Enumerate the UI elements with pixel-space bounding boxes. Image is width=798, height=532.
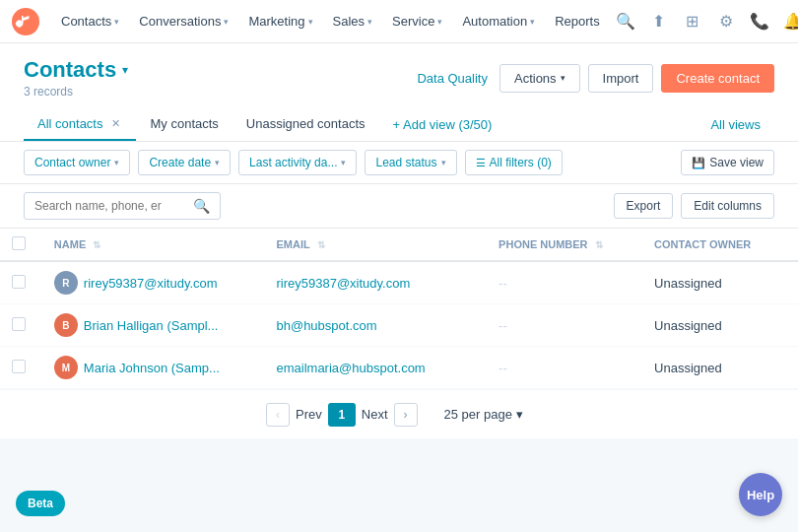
row-name-cell: M Maria Johnson (Samp... bbox=[42, 347, 265, 389]
row-checkbox-cell bbox=[0, 261, 42, 304]
filter-icon: ☰ bbox=[476, 157, 486, 169]
all-views-link[interactable]: All views bbox=[697, 109, 774, 140]
name-column-header[interactable]: NAME ⇅ bbox=[42, 229, 265, 261]
contact-avatar-1: B bbox=[54, 313, 78, 337]
nav-service-chevron: ▾ bbox=[437, 17, 442, 27]
contacts-table: NAME ⇅ EMAIL ⇅ PHONE NUMBER ⇅ CONTACT OW… bbox=[0, 229, 798, 389]
tab-all-contacts[interactable]: All contacts ✕ bbox=[24, 108, 136, 141]
per-page-chevron-icon: ▾ bbox=[516, 407, 523, 422]
beta-badge[interactable]: Beta bbox=[16, 491, 65, 516]
all-filters-button[interactable]: ☰ All filters (0) bbox=[465, 150, 563, 175]
actions-chevron-icon: ▾ bbox=[561, 73, 565, 83]
row-owner-cell: Unassigned bbox=[642, 261, 798, 304]
table-row: M Maria Johnson (Samp... emailmaria@hubs… bbox=[0, 347, 798, 389]
save-view-button[interactable]: 💾 Save view bbox=[681, 150, 774, 175]
select-all-checkbox[interactable] bbox=[12, 236, 26, 250]
last-activity-filter[interactable]: Last activity da... ▾ bbox=[238, 150, 357, 175]
row-email-cell: emailmaria@hubspot.com bbox=[264, 347, 487, 389]
contact-name-link-1[interactable]: Brian Halligan (Sampl... bbox=[84, 318, 219, 333]
actions-button[interactable]: Actions ▾ bbox=[499, 64, 580, 93]
tab-my-contacts[interactable]: My contacts bbox=[136, 108, 232, 141]
select-all-header bbox=[0, 229, 42, 261]
export-button[interactable]: Export bbox=[614, 193, 674, 219]
row-email-cell: bh@hubspot.com bbox=[264, 304, 487, 347]
page-title-area: Contacts ▾ 3 records bbox=[24, 57, 128, 99]
create-contact-button[interactable]: Create contact bbox=[661, 64, 774, 93]
contact-owner-filter[interactable]: Contact owner ▾ bbox=[24, 150, 130, 175]
nav-sales-chevron: ▾ bbox=[367, 17, 372, 27]
save-icon: 💾 bbox=[692, 157, 705, 169]
nav-automation[interactable]: Automation ▾ bbox=[452, 0, 545, 43]
contact-email-link-1[interactable]: bh@hubspot.com bbox=[276, 318, 376, 333]
nav-icons: 🔍 ⬆ ⊞ ⚙ 📞 🔔 U bbox=[610, 6, 798, 37]
contact-email-link-0[interactable]: rirey59387@xitudy.com bbox=[276, 276, 410, 291]
table-row: R rirey59387@xitudy.com rirey59387@xitud… bbox=[0, 261, 798, 304]
nav-contacts[interactable]: Contacts ▾ bbox=[51, 0, 129, 43]
search-box: 🔍 bbox=[24, 192, 221, 220]
page-title: Contacts bbox=[24, 57, 116, 83]
apps-icon-button[interactable]: ⊞ bbox=[677, 6, 708, 37]
contact-owner-chevron-icon: ▾ bbox=[114, 158, 119, 167]
nav-sales[interactable]: Sales ▾ bbox=[323, 0, 383, 43]
filters-bar: Contact owner ▾ Create date ▾ Last activ… bbox=[0, 142, 798, 184]
upgrade-icon-button[interactable]: ⬆ bbox=[643, 6, 675, 37]
toolbar-right: Export Edit columns bbox=[614, 193, 774, 219]
nav-conversations[interactable]: Conversations ▾ bbox=[129, 0, 238, 43]
email-sort-icon: ⇅ bbox=[317, 239, 325, 250]
tab-all-contacts-close-icon[interactable]: ✕ bbox=[108, 117, 122, 131]
row-phone-cell: -- bbox=[487, 304, 642, 347]
page-title-dropdown-icon[interactable]: ▾ bbox=[122, 63, 128, 77]
row-checkbox-2[interactable] bbox=[12, 360, 26, 373]
row-checkbox-cell bbox=[0, 304, 42, 347]
calls-icon-button[interactable]: 📞 bbox=[744, 6, 775, 37]
help-badge[interactable]: Help bbox=[739, 473, 782, 516]
contact-email-link-2[interactable]: emailmaria@hubspot.com bbox=[276, 361, 425, 375]
notifications-icon-button[interactable]: 🔔 bbox=[777, 6, 798, 37]
owner-value-2: Unassigned bbox=[654, 361, 722, 375]
data-quality-link[interactable]: Data Quality bbox=[417, 71, 488, 86]
current-page-number: 1 bbox=[328, 403, 356, 427]
nav-automation-chevron: ▾ bbox=[530, 17, 535, 27]
last-activity-chevron-icon: ▾ bbox=[341, 158, 346, 167]
row-checkbox-cell bbox=[0, 347, 42, 389]
records-count: 3 records bbox=[24, 85, 128, 99]
table-row: B Brian Halligan (Sampl... bh@hubspot.co… bbox=[0, 304, 798, 347]
email-column-header[interactable]: EMAIL ⇅ bbox=[264, 229, 487, 261]
hubspot-logo[interactable] bbox=[12, 8, 39, 35]
phone-value-0: -- bbox=[499, 276, 507, 291]
header-actions: Data Quality Actions ▾ Import Create con… bbox=[417, 64, 774, 93]
owner-column-header: CONTACT OWNER bbox=[642, 229, 798, 261]
pagination: ‹ Prev 1 Next › 25 per page ▾ bbox=[0, 389, 798, 438]
tab-unassigned-contacts[interactable]: Unassigned contacts bbox=[233, 108, 379, 141]
create-date-chevron-icon: ▾ bbox=[215, 158, 220, 167]
add-view-button[interactable]: + Add view (3/50) bbox=[379, 109, 506, 140]
nav-items: Contacts ▾ Conversations ▾ Marketing ▾ S… bbox=[51, 0, 610, 43]
search-input[interactable] bbox=[34, 199, 187, 213]
nav-marketing[interactable]: Marketing ▾ bbox=[238, 0, 322, 43]
contact-name-link-2[interactable]: Maria Johnson (Samp... bbox=[84, 361, 220, 375]
lead-status-filter[interactable]: Lead status ▾ bbox=[365, 150, 456, 175]
settings-icon-button[interactable]: ⚙ bbox=[710, 6, 742, 37]
nav-service[interactable]: Service ▾ bbox=[382, 0, 452, 43]
table-header-row: NAME ⇅ EMAIL ⇅ PHONE NUMBER ⇅ CONTACT OW… bbox=[0, 229, 798, 261]
prev-page-button[interactable]: ‹ bbox=[266, 403, 290, 427]
next-page-button[interactable]: › bbox=[394, 403, 418, 427]
create-date-filter[interactable]: Create date ▾ bbox=[138, 150, 231, 175]
row-checkbox-0[interactable] bbox=[12, 275, 26, 289]
row-owner-cell: Unassigned bbox=[642, 347, 798, 389]
contact-avatar-2: M bbox=[54, 356, 78, 379]
row-checkbox-1[interactable] bbox=[12, 317, 26, 331]
phone-column-header[interactable]: PHONE NUMBER ⇅ bbox=[487, 229, 642, 261]
nav-marketing-chevron: ▾ bbox=[308, 17, 313, 27]
import-button[interactable]: Import bbox=[588, 64, 654, 93]
contact-name-link-0[interactable]: rirey59387@xitudy.com bbox=[84, 276, 218, 291]
row-owner-cell: Unassigned bbox=[642, 304, 798, 347]
per-page-selector[interactable]: 25 per page ▾ bbox=[435, 402, 532, 427]
search-icon: 🔍 bbox=[193, 198, 210, 214]
prev-label: Prev bbox=[296, 407, 322, 422]
name-sort-icon: ⇅ bbox=[93, 239, 100, 250]
search-icon-button[interactable]: 🔍 bbox=[610, 6, 641, 37]
nav-reports[interactable]: Reports bbox=[545, 0, 610, 43]
owner-value-1: Unassigned bbox=[654, 318, 722, 333]
edit-columns-button[interactable]: Edit columns bbox=[681, 193, 774, 219]
